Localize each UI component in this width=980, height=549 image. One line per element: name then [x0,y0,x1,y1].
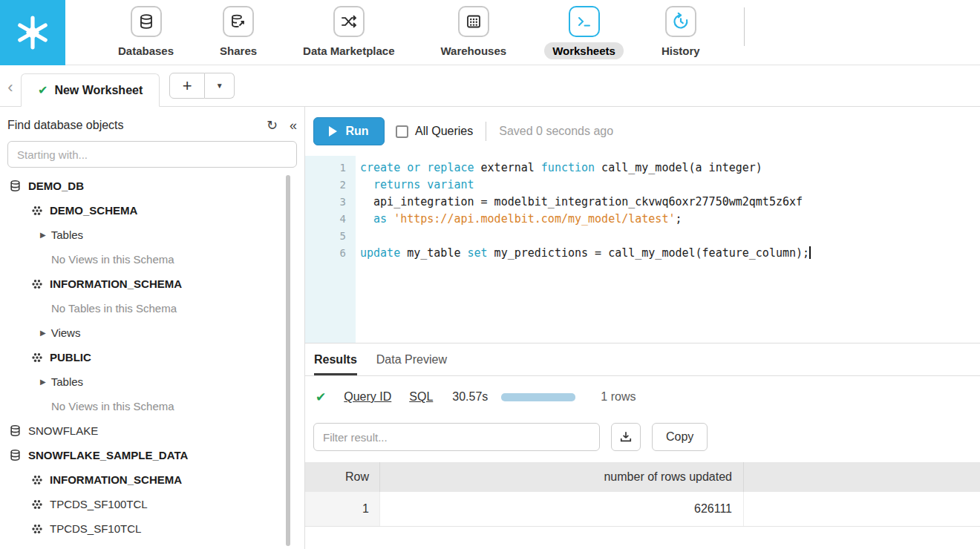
tree-item-label: No Tables in this Schema [51,302,177,315]
tree-item-tpcds-sf100tcl[interactable]: TPCDS_SF100TCL [6,492,298,516]
sql-editor[interactable]: 123456 create or replace external functi… [305,156,980,343]
tree-item-label: Tables [51,229,83,241]
column-header-rows-updated[interactable]: number of rows updated [379,462,743,492]
nav-item-history[interactable]: History [638,0,723,59]
nav-label: Worksheets [544,42,624,59]
sql-keyword: function [541,161,595,174]
nav-item-shares[interactable]: Shares [197,0,280,59]
nav-item-worksheets[interactable]: Worksheets [529,0,638,59]
expand-arrow-icon[interactable]: ▶ [40,378,46,386]
tree-item-label: PUBLIC [50,351,91,364]
tree-item-information-schema[interactable]: INFORMATION_SCHEMA [6,272,298,296]
tree-item-demo-db[interactable]: DEMO_DB [6,174,298,198]
nav-item-warehouses[interactable]: Warehouses [418,0,530,59]
schema-icon [31,474,43,486]
copy-button[interactable]: Copy [652,423,708,451]
snowflake-logo[interactable] [0,0,65,65]
tree-item-snowflake[interactable]: SNOWFLAKE [6,418,298,443]
code-line-5[interactable] [360,228,980,245]
tab-results[interactable]: Results [314,343,357,375]
run-button[interactable]: Run [313,117,385,145]
schema-icon [31,523,43,535]
sql-text: ; [675,212,682,226]
table-row[interactable]: 1 626111 [305,492,980,527]
code-line-3[interactable]: api_integration = modelbit_integration_c… [360,194,980,211]
download-button[interactable] [611,423,641,451]
tab-scroll-left-chevron[interactable]: ‹ [0,78,21,106]
databases-icon [131,6,162,37]
tree-item-information-schema[interactable]: INFORMATION_SCHEMA [6,467,298,492]
code-area[interactable]: create or replace external function call… [356,156,980,343]
all-queries-checkbox[interactable] [396,125,408,138]
tree-item-demo-schema[interactable]: DEMO_SCHEMA [6,198,298,223]
refresh-icon[interactable]: ↻ [267,119,278,132]
database-tree: DEMO_DBDEMO_SCHEMA▶TablesNo Views in thi… [6,174,298,549]
sidebar-title: Find database objects [7,119,255,132]
tree-item-tpcds-sf10tcl[interactable]: TPCDS_SF10TCL [6,516,298,541]
tree-item-label: Views [51,326,81,339]
sidebar-scrollbar[interactable] [286,175,290,546]
code-line-6[interactable]: update my_table set my_predictions = cal… [360,245,980,262]
code-line-1[interactable]: create or replace external function call… [360,160,980,177]
sql-link[interactable]: SQL [409,390,433,404]
run-label: Run [345,125,368,138]
tree-item-snowflake-sample-data[interactable]: SNOWFLAKE_SAMPLE_DATA [6,443,298,467]
sql-text [360,178,373,191]
saved-status: Saved 0 seconds ago [499,125,613,138]
sql-text: call_my_model(a integer) [595,161,762,174]
line-number: 1 [305,160,346,177]
tab-data-preview[interactable]: Data Preview [376,343,447,375]
top-navbar: Databases Shares [0,0,980,65]
worksheet-tab-bar: ‹ ✔ New Worksheet + ▼ [0,65,980,107]
sidebar: Find database objects ↻ « DEMO_DBDEMO_SC… [0,107,305,549]
expand-arrow-icon[interactable]: ▶ [40,231,46,239]
cell-row-number: 1 [305,492,379,526]
tree-item-label: No Views in this Schema [51,400,174,412]
results-panel: Results Data Preview ✔ Query ID SQL 30.5… [305,343,980,549]
results-filter-row: Copy [305,418,980,456]
cell-empty [743,492,980,526]
object-search-input[interactable] [7,141,297,168]
tree-item-label: TPCDS_SF100TCL [50,498,148,510]
line-numbers: 123456 [305,156,356,343]
sql-keyword: create or replace [360,161,474,174]
line-number: 5 [305,228,346,245]
schema-icon [31,499,43,510]
nav-item-databases[interactable]: Databases [95,0,197,59]
sql-text [360,212,373,226]
nav-item-data-marketplace[interactable]: Data Marketplace [280,0,417,59]
sidebar-header: Find database objects ↻ « [6,119,298,132]
collapse-sidebar-icon[interactable]: « [290,119,297,132]
tree-item-views[interactable]: ▶Views [6,320,298,345]
database-icon [9,180,22,192]
worksheets-icon [569,6,600,37]
results-tab-bar: Results Data Preview [305,343,980,376]
download-icon [618,430,633,444]
sql-string: 'https://api.modelbit.com/my_model/lates… [393,212,675,226]
sql-text: my_table [400,246,467,260]
schema-icon [31,278,43,290]
sql-keyword: as [373,212,387,226]
tree-item-tables[interactable]: ▶Tables [6,223,298,247]
worksheet-menu-caret-icon[interactable]: ▼ [205,73,235,99]
tree-item-tpch-sf1[interactable]: TPCH_SF1 [6,541,298,549]
tree-item-tables[interactable]: ▶Tables [6,369,298,394]
tree-item-label: Tables [51,375,83,388]
check-icon: ✔ [38,83,48,97]
tree-item-label: SNOWFLAKE [28,424,98,437]
code-line-4[interactable]: as 'https://api.modelbit.com/my_model/la… [360,211,980,228]
query-status-row: ✔ Query ID SQL 30.57s 1 rows [305,376,980,418]
worksheet-main: Run All Queries Saved 0 seconds ago 1234… [305,107,980,549]
sql-text: external [474,161,541,174]
query-id-link[interactable]: Query ID [344,390,391,404]
nav-divider [744,7,745,46]
filter-result-input[interactable] [313,423,600,451]
worksheet-tab[interactable]: ✔ New Worksheet [21,73,160,107]
warehouses-icon [458,6,489,37]
tree-item-no-views-in-this-schema: No Views in this Schema [6,247,298,272]
expand-arrow-icon[interactable]: ▶ [40,329,46,337]
column-header-row[interactable]: Row [305,462,379,492]
code-line-2[interactable]: returns variant [360,177,980,194]
tree-item-public[interactable]: PUBLIC [6,345,298,369]
new-worksheet-button[interactable]: + [169,73,205,99]
